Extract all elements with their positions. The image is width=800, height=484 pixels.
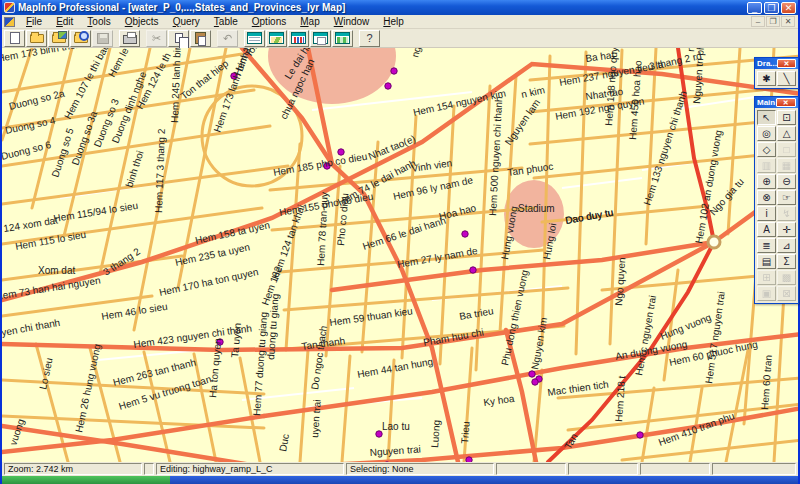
statistics-button[interactable]: Σ: [777, 254, 796, 269]
open-workspace-button[interactable]: [70, 30, 91, 47]
change-zoom-button[interactable]: ⊗: [757, 190, 776, 205]
new-grapher-icon: [291, 32, 306, 44]
map-point: [385, 83, 391, 89]
window-title: MapInfo Professional - [water_P_0,...,St…: [18, 2, 747, 13]
main-panel-close-icon[interactable]: ✕: [776, 98, 797, 107]
undo-icon: ↶: [223, 33, 232, 44]
menu-item-options[interactable]: Options: [245, 15, 293, 28]
new-browser-button[interactable]: [244, 30, 265, 47]
symbol-tool-button[interactable]: ✱: [757, 71, 776, 86]
new-mapper-button[interactable]: [266, 30, 287, 47]
ruler-button[interactable]: ⊿: [777, 238, 796, 253]
new-table-icon: [10, 32, 20, 44]
help-icon: ?: [366, 33, 372, 44]
status-zoom[interactable]: Zoom: 2.742 km: [4, 463, 142, 475]
map-point: [529, 371, 535, 377]
new-layout-button[interactable]: [310, 30, 331, 47]
street-label: Luong: [429, 420, 442, 449]
save-table-icon: [97, 33, 109, 44]
status-empty-2: [568, 463, 638, 475]
set-target-district-button: ⊞: [757, 270, 776, 285]
layer-control-button[interactable]: ≣: [757, 238, 776, 253]
status-empty-1: [496, 463, 566, 475]
drawing-panel-close-icon[interactable]: ✕: [777, 59, 796, 68]
title-bar: MapInfo Professional - [water_P_0,...,St…: [2, 0, 798, 15]
new-mapper-icon: [269, 32, 284, 44]
open-table-button[interactable]: [26, 30, 47, 47]
copy-icon: [175, 33, 183, 43]
street-label: Xom dat: [38, 265, 75, 276]
map-point: [462, 231, 468, 237]
map-point: [470, 267, 476, 273]
open-table-icon: [30, 34, 44, 43]
legend-button[interactable]: ▤: [757, 254, 776, 269]
map-canvas[interactable]: Hem 173 binh thoiHem 107 le thi bachHem …: [2, 48, 798, 462]
menu-item-edit[interactable]: Edit: [49, 15, 80, 28]
drawing-panel-title: Dra...: [757, 59, 777, 68]
new-grapher-button[interactable]: [288, 30, 309, 47]
open-map-button[interactable]: [48, 30, 69, 47]
maximize-icon[interactable]: ❐: [764, 2, 779, 14]
menu-item-table[interactable]: Table: [207, 15, 245, 28]
new-redistricter-button[interactable]: [332, 30, 353, 47]
status-edit-indicator: [144, 463, 154, 475]
undo-button: ↶: [217, 30, 238, 47]
unselect-all-button: □: [777, 142, 796, 157]
boundary-select-button[interactable]: ◇: [757, 142, 776, 157]
close-icon[interactable]: ✕: [781, 2, 796, 14]
menu-item-tools[interactable]: Tools: [80, 15, 117, 28]
new-table-button[interactable]: [4, 30, 25, 47]
roundabout: [708, 236, 720, 248]
drag-map-window-button[interactable]: ✛: [777, 222, 796, 237]
select-tool-button[interactable]: ↖: [757, 110, 776, 125]
street-label: Trieu: [459, 421, 472, 444]
grabber-button[interactable]: ☞: [777, 190, 796, 205]
taskbar-sliver: [2, 476, 798, 484]
zoom-in-button[interactable]: ⊕: [757, 174, 776, 189]
line-tool-button[interactable]: ╲: [777, 71, 796, 86]
radius-select-button[interactable]: ◎: [757, 126, 776, 141]
minimize-icon[interactable]: _: [747, 2, 762, 14]
map-point: [532, 379, 538, 385]
info-tool-button[interactable]: i: [757, 206, 776, 221]
menu-bar: FileEditToolsObjectsQueryTableOptionsMap…: [2, 15, 798, 29]
print-icon: [123, 35, 137, 44]
map-point: [391, 68, 397, 74]
marquee-select-button[interactable]: ⊡: [777, 110, 796, 125]
menu-item-objects[interactable]: Objects: [118, 15, 166, 28]
paste-button[interactable]: [190, 30, 211, 47]
hotlink-button: ↯: [777, 206, 796, 221]
open-map-icon: [52, 34, 66, 43]
label-tool-button[interactable]: A: [757, 222, 776, 237]
invert-selection-button: ▥: [757, 158, 776, 173]
standard-toolbar: ✂↶?: [2, 29, 798, 48]
menu-item-map[interactable]: Map: [293, 15, 326, 28]
drawing-panel-titlebar[interactable]: Dra... ✕: [755, 58, 798, 69]
status-bar: Zoom: 2.742 km Editing: highway_ramp_L_C…: [2, 462, 798, 476]
menu-item-window[interactable]: Window: [327, 15, 377, 28]
new-redistricter-icon: [335, 32, 350, 44]
mdi-minimize-icon[interactable]: –: [751, 16, 765, 27]
new-layout-icon: [313, 32, 328, 44]
mapinfo-window: MapInfo Professional - [water_P_0,...,St…: [0, 0, 800, 484]
menu-item-file[interactable]: File: [19, 15, 49, 28]
status-editing[interactable]: Editing: highway_ramp_L_C: [156, 463, 344, 475]
mdi-close-icon[interactable]: ✕: [781, 16, 795, 27]
mdi-restore-icon[interactable]: ❐: [766, 16, 780, 27]
polygon-select-button[interactable]: △: [777, 126, 796, 141]
clip-region-onoff-button: ⊠: [777, 286, 796, 301]
status-selecting[interactable]: Selecting: None: [346, 463, 494, 475]
main-toolbar-panel: Main ✕ ↖⊡◎△◇□▥▦⊕⊖⊗☞i↯A✛≣⊿▤Σ⊞▩▣⊠: [754, 96, 799, 304]
status-empty-3: [640, 463, 710, 475]
main-panel-titlebar[interactable]: Main ✕: [755, 97, 798, 108]
clip-region-button: ▣: [757, 286, 776, 301]
zoom-out-button[interactable]: ⊖: [777, 174, 796, 189]
help-button[interactable]: ?: [359, 30, 380, 47]
menu-item-help[interactable]: Help: [376, 15, 411, 28]
print-button[interactable]: [119, 30, 140, 47]
map-point: [637, 432, 643, 438]
copy-button[interactable]: [168, 30, 189, 47]
menu-item-query[interactable]: Query: [166, 15, 207, 28]
graph-select-button: ▦: [777, 158, 796, 173]
assign-selected-button: ▩: [777, 270, 796, 285]
